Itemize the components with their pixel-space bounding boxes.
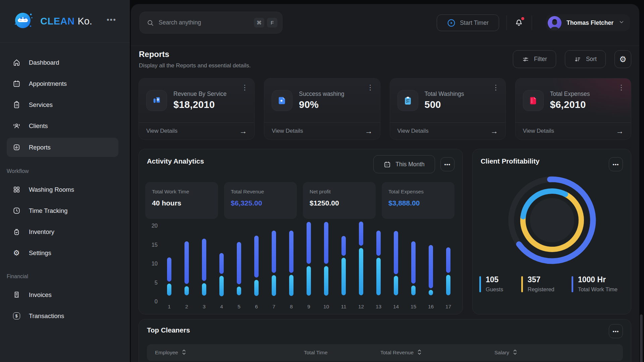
sidebar-item-dashboard[interactable]: Dashboard bbox=[0, 52, 130, 73]
client-profitability-panel: Client Profitability ••• 105 Guests 357 … bbox=[472, 149, 631, 314]
stat-card-info: Total Washings 500 bbox=[425, 90, 464, 110]
calendar-icon bbox=[12, 80, 20, 88]
sidebar-item-services[interactable]: Services bbox=[0, 94, 130, 115]
stat-card-info: Success washing 90% bbox=[299, 90, 344, 110]
filter-button[interactable]: Filter bbox=[513, 50, 556, 68]
sort-button[interactable]: Sort bbox=[565, 50, 606, 68]
stat-card-revenue-by-service: Revenue By Service $18,2010 ⋮ View Detai… bbox=[139, 78, 255, 140]
activity-more-button[interactable]: ••• bbox=[440, 157, 454, 171]
search-icon bbox=[147, 19, 154, 26]
stat-card-total-washings: Total Washings 500 ⋮ View Details → bbox=[390, 78, 506, 140]
sidebar-section-financial: Financial bbox=[0, 263, 130, 284]
legend-item-total-work-time: 1000 Hr Total Work Time bbox=[572, 275, 618, 293]
client-more-button[interactable]: ••• bbox=[609, 157, 623, 171]
sidebar-item-washing-rooms[interactable]: Washing Rooms bbox=[0, 179, 130, 200]
column-header-salary[interactable]: Salary bbox=[494, 349, 623, 357]
sidebar-item-appointments[interactable]: Appointments bbox=[0, 73, 130, 94]
sidebar-item-inventory[interactable]: Inventory bbox=[0, 221, 130, 242]
stat-card-value: 500 bbox=[425, 99, 464, 110]
kebab-menu-icon[interactable]: ⋮ bbox=[618, 84, 625, 91]
sort-chevrons-icon bbox=[417, 349, 422, 357]
stat-card-info: Revenue By Service $18,2010 bbox=[173, 90, 227, 110]
arrow-right-icon: → bbox=[365, 127, 373, 136]
view-details-link[interactable]: View Details → bbox=[139, 122, 254, 139]
sidebar-item-reports[interactable]: Reports bbox=[7, 138, 118, 157]
grid-icon bbox=[12, 186, 20, 194]
scrollbar-thumb[interactable] bbox=[640, 314, 643, 362]
notification-badge bbox=[521, 17, 524, 20]
start-timer-button[interactable]: Start Timer bbox=[437, 14, 499, 31]
sidebar-item-label: Inventory bbox=[29, 228, 54, 236]
f-key-badge: F bbox=[267, 18, 277, 27]
search-input[interactable] bbox=[159, 19, 251, 26]
sidebar-item-label: Appointments bbox=[29, 80, 67, 87]
user-name: Thomas Fletcher bbox=[567, 19, 613, 26]
column-header-total-revenue[interactable]: Total Revenue bbox=[380, 349, 494, 357]
sidebar-item-transactions[interactable]: $ Transactions bbox=[0, 305, 130, 326]
stat-card-body: Revenue By Service $18,2010 bbox=[139, 78, 254, 122]
users-icon bbox=[12, 122, 20, 130]
page-subtitle: Display all the Reports and essential de… bbox=[139, 62, 251, 69]
column-header-employee[interactable]: Employee bbox=[147, 349, 304, 357]
cmd-key-badge: ⌘ bbox=[254, 18, 264, 27]
clipboard-icon bbox=[12, 101, 20, 109]
client-panel-title: Client Profitability bbox=[481, 157, 539, 165]
main-content: ⌘ F Start Timer Thomas Fletcher bbox=[131, 4, 639, 362]
sidebar-item-settings[interactable]: ⚙ Settings bbox=[0, 242, 130, 263]
filter-label: Filter bbox=[534, 56, 547, 63]
legend-item-guests: 105 Guests bbox=[479, 275, 521, 293]
divider bbox=[506, 15, 507, 30]
sidebar-nav: Dashboard Appointments Services Clients bbox=[0, 43, 130, 326]
search-box[interactable]: ⌘ F bbox=[140, 12, 282, 34]
period-select-button[interactable]: This Month bbox=[373, 155, 435, 173]
stat-card-value: $18,2010 bbox=[173, 99, 227, 110]
start-timer-label: Start Timer bbox=[460, 19, 489, 26]
profitability-donut-chart bbox=[498, 167, 606, 274]
brand-menu-ellipsis-icon[interactable]: ••• bbox=[107, 15, 116, 24]
top-cleaners-title: Top Cleaners bbox=[147, 326, 190, 334]
settings-gear-button[interactable]: ⚙ bbox=[614, 50, 631, 68]
home-icon bbox=[12, 59, 20, 67]
legend-item-registered: 357 Registered bbox=[521, 275, 572, 293]
brand-header: CLEAN Ko. ••• bbox=[0, 0, 130, 43]
stat-card-value: 90% bbox=[299, 99, 344, 110]
stat-card-success-washing: Success washing 90% ⋮ View Details → bbox=[264, 78, 380, 140]
gear-icon: ⚙ bbox=[12, 249, 20, 257]
topbar-right: Start Timer Thomas Fletcher bbox=[437, 4, 630, 42]
activity-analytics-panel: Activity Analytics This Month ••• Total … bbox=[139, 149, 463, 314]
view-details-link[interactable]: View Details → bbox=[390, 122, 505, 139]
stat-card-label: Total Washings bbox=[425, 90, 464, 98]
top-cleaners-more-button[interactable]: ••• bbox=[609, 324, 623, 338]
kebab-menu-icon[interactable]: ⋮ bbox=[241, 84, 248, 91]
gear-icon: ⚙ bbox=[619, 55, 627, 63]
sort-chevrons-icon bbox=[182, 349, 186, 357]
avatar bbox=[548, 16, 561, 30]
header-actions: Filter Sort ⚙ bbox=[513, 50, 631, 68]
kebab-menu-icon[interactable]: ⋮ bbox=[492, 84, 499, 91]
sidebar-item-time-tracking[interactable]: Time Tracking bbox=[0, 200, 130, 221]
column-header-total-time: Total Time bbox=[304, 350, 380, 356]
kebab-menu-icon[interactable]: ⋮ bbox=[367, 84, 374, 91]
sort-icon bbox=[574, 56, 581, 63]
sidebar-item-invoices[interactable]: Invoices bbox=[0, 284, 130, 305]
stat-card-label: Total Expenses bbox=[550, 90, 590, 98]
sidebar-section-workflow: Workflow bbox=[0, 158, 130, 179]
legend-swatch bbox=[572, 276, 573, 292]
dollar-square-icon: $ bbox=[12, 312, 20, 320]
filter-sliders-icon bbox=[522, 56, 529, 63]
period-label: This Month bbox=[395, 161, 425, 168]
sidebar-item-label: Reports bbox=[29, 144, 51, 151]
notifications-bell-icon[interactable] bbox=[514, 17, 524, 28]
user-menu[interactable]: Thomas Fletcher bbox=[546, 14, 630, 31]
profitability-legend: 105 Guests 357 Registered 1000 Hr Tota bbox=[479, 275, 618, 293]
stat-card-body: Total Expenses $6,2010 bbox=[516, 78, 631, 122]
stat-card-body: Total Washings 500 bbox=[390, 78, 505, 122]
reports-page: CLEAN Ko. ••• Dashboard Appointments bbox=[0, 0, 644, 362]
brand-suffix: Ko. bbox=[77, 16, 92, 27]
activity-panel-title: Activity Analytics bbox=[147, 157, 204, 165]
sidebar-item-clients[interactable]: Clients bbox=[0, 115, 130, 136]
view-details-link[interactable]: View Details → bbox=[264, 122, 380, 139]
view-details-link[interactable]: View Details → bbox=[516, 122, 631, 139]
stat-card-label: Success washing bbox=[299, 90, 344, 98]
brand-name: CLEAN bbox=[40, 16, 74, 27]
